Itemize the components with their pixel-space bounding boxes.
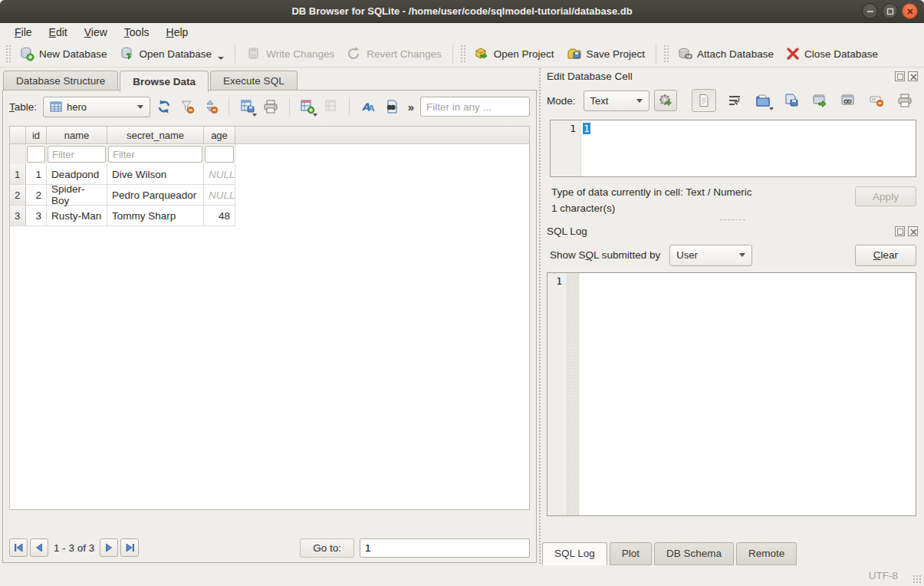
open-database-icon xyxy=(120,46,135,61)
insert-record-dropdown-caret[interactable] xyxy=(313,114,317,117)
float-panel-icon[interactable] xyxy=(895,226,905,236)
delete-record-button xyxy=(321,96,342,117)
apply-button: Apply xyxy=(855,186,916,206)
close-database-button[interactable]: Close Database xyxy=(780,44,884,64)
filter-input-id[interactable] xyxy=(27,146,45,163)
minimize-icon[interactable] xyxy=(862,3,878,19)
tab-database-structure[interactable]: Database Structure xyxy=(3,71,118,92)
titlebar[interactable]: DB Browser for SQLite - /home/user/code/… xyxy=(0,0,924,23)
tab-remote[interactable]: Remote xyxy=(736,542,797,565)
close-icon[interactable] xyxy=(902,3,918,19)
filter-input-age[interactable] xyxy=(205,146,234,163)
word-wrap-button[interactable] xyxy=(725,91,745,110)
text-mode-toggle[interactable] xyxy=(692,89,716,112)
table-row[interactable]: 2 2 Spider-Boy Pedro Parqueador NULL xyxy=(10,185,529,206)
tab-execute-sql[interactable]: Execute SQL xyxy=(210,71,298,92)
cell-name[interactable]: Deadpond xyxy=(47,164,107,185)
cell-age[interactable]: NULL xyxy=(204,164,235,185)
cell-editor-value[interactable]: 1 xyxy=(583,123,590,134)
import-file-button[interactable] xyxy=(753,91,773,110)
goto-record-input[interactable] xyxy=(360,538,530,558)
toolbar-drag-handle[interactable] xyxy=(5,44,11,63)
open-database-button[interactable]: Open Database xyxy=(113,43,231,64)
tab-db-schema[interactable]: DB Schema xyxy=(654,542,734,565)
data-grid: id name secret_name age 1 1 Deadpond xyxy=(9,126,530,510)
toolbar-drag-handle[interactable] xyxy=(663,44,669,63)
filter-input-secret-name[interactable] xyxy=(108,146,202,163)
toolbar-drag-handle[interactable] xyxy=(460,44,465,63)
save-results-button[interactable] xyxy=(237,96,258,117)
menu-view[interactable]: View xyxy=(77,25,114,40)
maximize-icon[interactable] xyxy=(882,3,898,19)
cell-secret-name[interactable]: Pedro Parqueador xyxy=(107,185,204,206)
clear-sorting-button[interactable] xyxy=(201,96,222,117)
import-dropdown-caret[interactable] xyxy=(769,107,774,110)
submitted-by-select[interactable]: User xyxy=(669,245,752,266)
set-null-button[interactable] xyxy=(866,91,886,110)
tab-sql-log[interactable]: SQL Log xyxy=(542,542,607,565)
table-row[interactable]: 1 1 Deadpond Dive Wilson NULL xyxy=(10,164,529,185)
encoding-indicator[interactable]: UTF-8 xyxy=(869,570,898,581)
refresh-button[interactable] xyxy=(153,96,174,117)
goto-button[interactable]: Go to: xyxy=(300,538,354,558)
menu-edit[interactable]: Edit xyxy=(42,25,74,40)
attach-database-button[interactable]: Attach Database xyxy=(671,43,780,64)
open-database-dropdown-caret[interactable] xyxy=(218,57,224,60)
column-header-secret-name[interactable]: secret_name xyxy=(107,127,204,144)
filter-input-name[interactable] xyxy=(48,146,106,163)
insert-record-button[interactable] xyxy=(298,96,318,117)
cell-name[interactable]: Rusty-Man xyxy=(47,206,107,226)
cell-age[interactable]: NULL xyxy=(204,185,235,206)
open-project-button[interactable]: Open Project xyxy=(468,43,561,64)
column-header-age[interactable]: age xyxy=(204,127,235,144)
export-file-button[interactable] xyxy=(781,91,801,110)
menu-file[interactable]: File xyxy=(8,25,39,40)
toolbar-overflow-chevron[interactable]: » xyxy=(408,100,414,114)
panel-splitter-handle[interactable] xyxy=(538,67,541,565)
previous-record-button[interactable] xyxy=(30,538,48,557)
clear-filters-button[interactable] xyxy=(177,96,198,117)
save-results-dropdown-caret[interactable] xyxy=(252,114,257,117)
cell-id[interactable]: 3 xyxy=(26,206,47,226)
sql-log-editor[interactable]: 1 xyxy=(547,272,916,516)
first-record-button[interactable] xyxy=(9,538,28,557)
close-panel-icon[interactable] xyxy=(908,226,918,236)
table-select[interactable]: hero xyxy=(43,97,150,117)
dock-splitter-handle[interactable] xyxy=(541,217,924,223)
filter-any-column-input[interactable] xyxy=(420,97,530,117)
tab-browse-data[interactable]: Browse Data xyxy=(120,71,209,92)
resize-grip[interactable] xyxy=(912,574,922,584)
new-database-button[interactable]: New Database xyxy=(13,43,113,64)
cell-name[interactable]: Spider-Boy xyxy=(47,185,107,206)
tab-plot[interactable]: Plot xyxy=(610,542,652,565)
browse-controls: Table: hero AA » xyxy=(3,91,536,123)
last-record-button[interactable] xyxy=(120,538,139,557)
menu-help[interactable]: Help xyxy=(159,25,196,40)
link-button[interactable] xyxy=(838,91,858,110)
column-header-name[interactable]: name xyxy=(47,127,107,144)
font-button[interactable]: AA xyxy=(357,96,378,117)
table-row[interactable]: 3 3 Rusty-Man Tommy Sharp 48 xyxy=(10,206,529,226)
cell-id[interactable]: 1 xyxy=(26,164,47,185)
sql-log-dock-header[interactable]: SQL Log xyxy=(541,223,924,240)
find-button[interactable] xyxy=(381,96,402,117)
cell-age[interactable]: 48 xyxy=(204,206,235,226)
write-changes-button: Write Changes xyxy=(240,43,340,64)
print-cell-button[interactable] xyxy=(895,91,915,110)
cell-id[interactable]: 2 xyxy=(26,185,47,206)
cell-secret-name[interactable]: Tommy Sharp xyxy=(107,206,204,226)
cell-secret-name[interactable]: Dive Wilson xyxy=(107,164,204,185)
column-header-id[interactable]: id xyxy=(26,127,47,144)
print-button[interactable] xyxy=(261,96,281,117)
edit-cell-dock-header[interactable]: Edit Database Cell xyxy=(541,67,924,84)
clear-log-button[interactable]: Clear xyxy=(855,245,916,266)
open-external-button[interactable] xyxy=(810,91,830,110)
next-record-button[interactable] xyxy=(100,538,118,557)
auto-apply-button[interactable] xyxy=(654,90,677,111)
float-panel-icon[interactable] xyxy=(895,71,905,81)
close-panel-icon[interactable] xyxy=(908,71,918,81)
save-project-button[interactable]: Save Project xyxy=(561,43,652,64)
mode-select[interactable]: Text xyxy=(584,91,649,111)
cell-editor[interactable]: 1 1 xyxy=(550,120,916,177)
menu-tools[interactable]: Tools xyxy=(117,25,156,40)
